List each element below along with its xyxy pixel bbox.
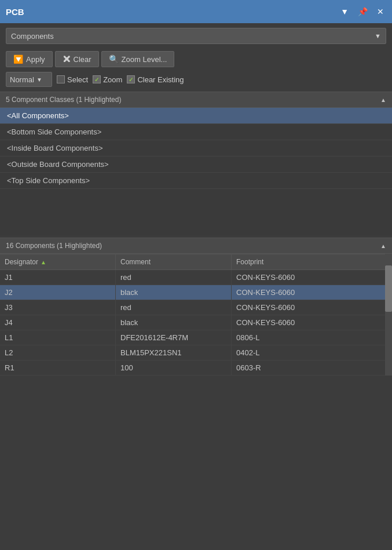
select-checkbox[interactable] [57, 75, 65, 83]
td-comment: 100 [116, 360, 232, 375]
td-designator: J2 [0, 285, 116, 300]
td-designator: L2 [0, 345, 116, 360]
td-comment: red [116, 270, 232, 285]
app-title: PCB [6, 7, 24, 17]
clear-existing-checkbox[interactable]: ✓ [127, 75, 135, 83]
close-icon[interactable]: ✕ [375, 6, 386, 17]
list-item[interactable]: <Inside Board Components> [0, 140, 392, 156]
table-row[interactable]: L1 DFE201612E-4R7M 0806-L [0, 330, 392, 345]
components-collapse-icon[interactable]: ▲ [380, 243, 386, 249]
zoom-option-label: Zoom [103, 75, 122, 84]
table-row[interactable]: J4 black CON-KEYS-6060 [0, 315, 392, 330]
dropdown-icon[interactable]: ▼ [338, 6, 351, 17]
checkmark-icon: ✓ [94, 77, 99, 83]
title-bar-controls: ▼ 📌 ✕ [338, 6, 386, 17]
zoom-checkbox[interactable]: ✓ [93, 75, 101, 83]
clear-button[interactable]: 🗙 Clear [55, 51, 99, 67]
select-checkbox-item[interactable]: Select [57, 75, 88, 84]
td-comment: red [116, 300, 232, 315]
zoom-icon: 🔍 [109, 54, 119, 64]
col-comment: Comment [116, 254, 232, 269]
apply-button[interactable]: 🔽 Apply [6, 51, 53, 67]
table-row[interactable]: R1 100 0603-R [0, 360, 392, 376]
td-footprint: CON-KEYS-6060 [232, 285, 392, 300]
td-footprint: CON-KEYS-6060 [232, 270, 392, 285]
toolbar: 🔽 Apply 🗙 Clear 🔍 Zoom Level... [0, 49, 392, 70]
components-section-header: 16 Components (1 Highlighted) ▲ [0, 238, 392, 254]
td-footprint: 0402-L [232, 345, 392, 360]
chevron-down-icon: ▼ [375, 32, 381, 39]
list-item[interactable]: <Top Side Components> [0, 173, 392, 189]
clear-existing-label: Clear Existing [137, 75, 184, 84]
table-row[interactable]: J1 red CON-KEYS-6060 [0, 270, 392, 285]
td-footprint: CON-KEYS-6060 [232, 315, 392, 330]
td-designator: L1 [0, 330, 116, 345]
table-body: J1 red CON-KEYS-6060 J2 black CON-KEYS-6… [0, 270, 392, 376]
zoom-checkbox-item[interactable]: ✓ Zoom [93, 75, 122, 84]
col-designator: Designator ▲ [0, 254, 116, 269]
component-selector-label: Components [11, 32, 54, 41]
td-footprint: 0603-R [232, 360, 392, 375]
classes-collapse-icon[interactable]: ▲ [380, 97, 386, 103]
classes-section-header: 5 Component Classes (1 Highlighted) ▲ [0, 92, 392, 108]
td-designator: J1 [0, 270, 116, 285]
td-comment: BLM15PX221SN1 [116, 345, 232, 360]
td-designator: J3 [0, 300, 116, 315]
component-selector[interactable]: Components ▼ [6, 28, 386, 44]
scrollbar[interactable] [385, 254, 392, 376]
clear-existing-checkbox-item[interactable]: ✓ Clear Existing [127, 75, 184, 84]
sort-icon: ▲ [41, 259, 46, 265]
filter-icon: 🔽 [13, 54, 23, 64]
td-comment: black [116, 285, 232, 300]
col-footprint: Footprint [232, 254, 380, 269]
clear-filter-icon: 🗙 [63, 54, 71, 64]
zoom-level-button[interactable]: 🔍 Zoom Level... [101, 51, 175, 67]
td-designator: R1 [0, 360, 116, 375]
table-row[interactable]: J3 red CON-KEYS-6060 [0, 300, 392, 315]
mode-dropdown[interactable]: Normal ▼ [6, 72, 52, 87]
list-item[interactable]: <Outside Board Components> [0, 156, 392, 173]
scrollbar-thumb[interactable] [385, 265, 392, 312]
pin-icon[interactable]: 📌 [356, 6, 370, 17]
components-section: 16 Components (1 Highlighted) ▲ Designat… [0, 238, 392, 376]
classes-list: <All Components><Bottom Side Components>… [0, 108, 392, 235]
options-row: Normal ▼ Select ✓ Zoom ✓ Clear Existing [0, 70, 392, 92]
list-item[interactable]: <All Components> [0, 108, 392, 124]
td-footprint: CON-KEYS-6060 [232, 300, 392, 315]
checkmark-icon-2: ✓ [129, 77, 133, 83]
td-designator: J4 [0, 315, 116, 330]
list-item[interactable]: <Bottom Side Components> [0, 124, 392, 140]
table-row[interactable]: L2 BLM15PX221SN1 0402-L [0, 345, 392, 360]
mode-label: Normal [10, 75, 34, 84]
td-comment: DFE201612E-4R7M [116, 330, 232, 345]
td-footprint: 0806-L [232, 330, 392, 345]
select-label: Select [67, 75, 88, 84]
title-bar: PCB ▼ 📌 ✕ [0, 0, 392, 23]
table-row[interactable]: J2 black CON-KEYS-6060 [0, 285, 392, 300]
td-comment: black [116, 315, 232, 330]
classes-count: 5 Component Classes (1 Highlighted) [6, 96, 121, 104]
table-header: Designator ▲ Comment Footprint [0, 254, 392, 270]
mode-dropdown-arrow: ▼ [36, 77, 42, 83]
components-count: 16 Components (1 Highlighted) [6, 242, 102, 250]
